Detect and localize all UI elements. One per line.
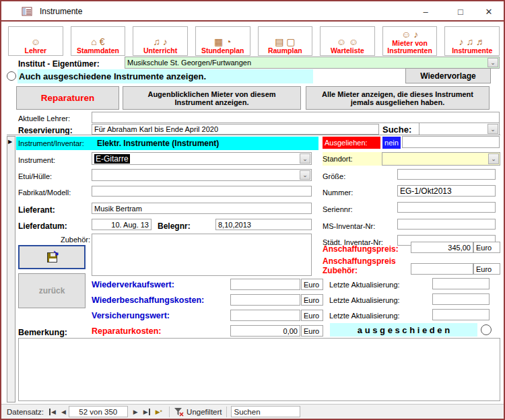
- instrument-label: Instrument:: [18, 156, 55, 164]
- toolbar-button-label: Instrumente: [452, 47, 492, 55]
- toolbar-button-lehrer[interactable]: ☺ Lehrer: [8, 26, 63, 56]
- chevron-down-icon[interactable]: ⌄: [487, 124, 498, 134]
- teacher-icon: ☺: [31, 36, 40, 47]
- anschaffungspreis-zubehoer-currency: Euro: [473, 263, 500, 275]
- toolbar-button-unterricht[interactable]: ♫ ♪ Unterricht: [133, 26, 188, 56]
- toolbar-button-mieter-von-instrumenten[interactable]: ☺ ♪ Mieter von Instrumenten: [382, 26, 438, 56]
- owner-value: Musikschule St. Georgen/Furtwangen: [127, 59, 251, 67]
- title-bar: Instrumente – □ ✕: [1, 1, 504, 22]
- chevron-down-icon[interactable]: ⌄: [300, 170, 310, 180]
- wiederbeschaffungskosten-update-field[interactable]: [432, 293, 490, 305]
- show-retired-label: Auch ausgeschiedene Instrumente anzeigen…: [19, 71, 206, 81]
- minimize-button[interactable]: –: [411, 1, 440, 22]
- wiederbeschaffungskosten-currency: Euro: [301, 294, 323, 306]
- suche-combobox[interactable]: ⌄: [419, 123, 500, 135]
- toolbar-button-raumplan[interactable]: ▤ ▢ Raumplan: [258, 26, 313, 56]
- reparaturkosten-field[interactable]: 0,00: [230, 325, 300, 337]
- chevron-down-icon[interactable]: ⌄: [487, 58, 498, 67]
- last-record-icon[interactable]: ▶: [143, 409, 150, 415]
- fabrikat-field[interactable]: [92, 186, 312, 197]
- room-icon: ▤ ▢: [275, 36, 295, 47]
- standort-combobox[interactable]: ⌄: [382, 152, 500, 166]
- belegnr-field[interactable]: 8,10,2013: [215, 219, 312, 230]
- wiederverkaufswert-update-field[interactable]: [432, 278, 490, 289]
- owner-label: Institut - Eigentümer:: [18, 59, 100, 69]
- chevron-down-icon[interactable]: ⌄: [300, 153, 310, 164]
- first-record-icon[interactable]: ◀: [49, 409, 56, 415]
- versicherungswert-update-field[interactable]: [432, 309, 490, 320]
- ms-inventar-label: MS-Inventar-Nr:: [323, 222, 375, 230]
- instrument-combobox[interactable]: E-Gitarre ⌄: [92, 152, 312, 165]
- versicherungswert-field[interactable]: [230, 310, 300, 321]
- filter-state-label[interactable]: Ungefiltert: [187, 408, 222, 416]
- reparaturen-button[interactable]: Reparaturen: [16, 86, 119, 110]
- nummer-label: Nummer:: [323, 188, 353, 197]
- wiederbeschaffungskosten-field[interactable]: [230, 294, 300, 306]
- lieferdatum-field[interactable]: 10. Aug. 13: [92, 219, 152, 230]
- toolbar-button-label: Raumplan: [268, 47, 302, 55]
- toolbar-button-warteliste[interactable]: ☺ ☺ Warteliste: [320, 26, 375, 56]
- next-record-icon[interactable]: ▶: [133, 409, 138, 415]
- wiedervorlage-button[interactable]: Wiedervorlage: [405, 68, 491, 83]
- inventar-value: Elektr. Instrumente (Instrument): [97, 139, 219, 148]
- bemerkung-label: Bemerkung:: [18, 328, 67, 337]
- save-record-button[interactable]: ↘: [18, 245, 86, 269]
- toolbar-button-stammdaten[interactable]: ⌂ € Stammdaten: [71, 26, 126, 56]
- etui-combobox[interactable]: ⌄: [92, 169, 312, 181]
- instruments-icon: ♪ ♫ ♬: [459, 36, 485, 47]
- reservierung-label: Reservierung:: [18, 126, 73, 135]
- toolbar: ☺ Lehrer ⌂ € Stammdaten ♫ ♪ Unterricht ▦…: [8, 26, 500, 56]
- toolbar-button-instrumente[interactable]: ♪ ♫ ♬ Instrumente: [444, 26, 500, 56]
- standort-label-band: Standort:: [323, 152, 382, 166]
- schedule-icon: ▦ ◔: [214, 36, 232, 47]
- filter-icon[interactable]: [174, 407, 184, 417]
- form-icon: [22, 6, 32, 17]
- aktuelle-lehrer-field[interactable]: [92, 112, 500, 123]
- reservierung-field[interactable]: Für Abraham Karl bis Ende April 2020: [92, 124, 379, 135]
- current-renter-button[interactable]: Augenblicklichen Mieter von diesem Instr…: [123, 86, 301, 110]
- nummer-field[interactable]: EG-1/Okt2013: [397, 185, 496, 197]
- versicherungswert-update-label: Letzte Aktualisierung:: [329, 312, 400, 320]
- zubehoer-textarea[interactable]: [92, 234, 312, 276]
- previous-record-icon[interactable]: ◀: [61, 409, 66, 415]
- ausgeliehen-extra-field[interactable]: [402, 136, 500, 148]
- anschaffungspreis-zubehoer-label-line2: Zubehör:: [323, 266, 358, 275]
- record-selector-bar[interactable]: ▶: [7, 136, 15, 403]
- status-bar: Datensatz: ◀ ◀ 52 von 350 ▶ ▶ ▶* Ungefil…: [1, 404, 504, 419]
- show-retired-radio[interactable]: [7, 71, 16, 81]
- toolbar-button-stundenplan[interactable]: ▦ ◔ Stundenplan: [195, 26, 250, 56]
- wiederverkaufswert-field[interactable]: [230, 279, 300, 290]
- chevron-down-icon[interactable]: ⌄: [488, 153, 499, 164]
- maximize-button[interactable]: □: [446, 1, 475, 22]
- ms-inventar-field[interactable]: [397, 219, 496, 230]
- anschaffungspreis-field[interactable]: 345,00: [411, 242, 473, 253]
- inventar-label: Instrument/Inventar:: [18, 139, 84, 147]
- seriennr-field[interactable]: [397, 202, 496, 213]
- record-position-box[interactable]: 52 von 350: [69, 406, 128, 417]
- wiederverkaufswert-update-label: Letzte Aktualisierung:: [329, 281, 400, 289]
- instrumente-window: Instrumente – □ ✕ ☺ Lehrer ⌂ € Stammdate…: [0, 0, 505, 420]
- record-selector-arrow-icon: ▶: [8, 139, 12, 145]
- toolbar-button-label: Lehrer: [24, 47, 46, 55]
- anschaffungspreis-zubehoer-field[interactable]: [411, 263, 473, 275]
- anschaffungspreis-zubehoer-label-line1: Anschaffungspreis: [323, 256, 396, 266]
- all-renters-button[interactable]: Alle Mieter anzeigen, die dieses Instrum…: [306, 86, 490, 110]
- ausgeliehen-label-band: Ausgeliehen:: [323, 137, 380, 149]
- bemerkung-textarea[interactable]: [18, 338, 500, 401]
- close-button[interactable]: ✕: [474, 1, 504, 22]
- new-record-icon[interactable]: ▶*: [156, 409, 162, 415]
- toolbar-button-label: Unterricht: [143, 47, 177, 55]
- renter-icon: ☺ ♪: [401, 29, 418, 40]
- house-euro-icon: ⌂ €: [91, 36, 104, 47]
- lieferdatum-label: Lieferdatum:: [18, 221, 67, 231]
- retired-radio[interactable]: [481, 324, 492, 335]
- etui-label: Etui/Hülle:: [18, 172, 52, 180]
- owner-combobox[interactable]: Musikschule St. Georgen/Furtwangen ⌄: [125, 57, 500, 69]
- search-box[interactable]: Suchen: [231, 406, 300, 417]
- zurueck-button[interactable]: zurück: [18, 273, 86, 308]
- belegnr-label: Belegnr:: [158, 221, 191, 231]
- lieferant-field[interactable]: Musik Bertram: [92, 203, 312, 214]
- wiederverkaufswert-currency: Euro: [301, 279, 323, 290]
- ausgeliehen-label: Ausgeliehen:: [325, 139, 368, 147]
- groesse-field[interactable]: [397, 169, 496, 180]
